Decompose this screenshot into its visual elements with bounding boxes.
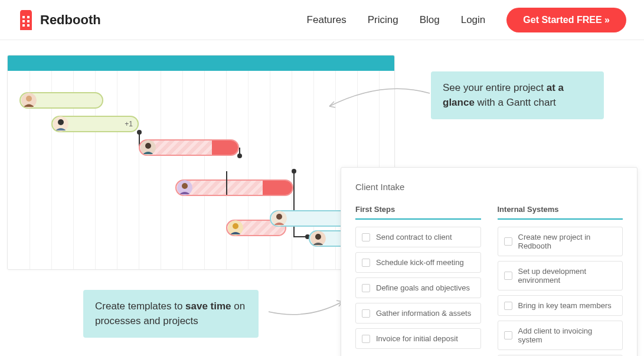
task-label: Set up development environment: [518, 267, 617, 285]
gantt-bar[interactable]: [175, 179, 293, 196]
task-label: Schedule kick-off meeting: [376, 258, 464, 267]
arrow-icon: [266, 297, 348, 321]
task-label: Add client to invoicing system: [518, 326, 617, 344]
main-nav: Features Pricing Blog Login Get Started …: [307, 8, 626, 32]
gantt-bar[interactable]: +1: [51, 116, 139, 132]
template-panel: Client Intake First Steps Send contract …: [341, 167, 638, 356]
task-label: Define goals and objectives: [376, 283, 470, 292]
callout-text: Create templates to: [95, 301, 185, 312]
task-label: Create new project in Redbooth: [518, 233, 617, 250]
column-header: Internal Systems: [498, 205, 623, 220]
svg-point-9: [58, 119, 64, 125]
nav-blog[interactable]: Blog: [420, 14, 440, 26]
task-item[interactable]: Schedule kick-off meeting: [355, 252, 481, 273]
task-item[interactable]: Set up development environment: [498, 261, 623, 290]
checkbox-icon[interactable]: [362, 233, 370, 241]
logo[interactable]: Redbooth: [18, 10, 101, 30]
task-label: Invoice for initial deposit: [376, 334, 458, 343]
nav-pricing[interactable]: Pricing: [368, 14, 398, 26]
logo-text: Redbooth: [40, 12, 101, 28]
template-column-internal-systems: Internal Systems Create new project in R…: [498, 205, 623, 356]
svg-point-15: [233, 223, 238, 229]
site-header: Redbooth Features Pricing Blog Login Get…: [0, 0, 644, 40]
redbooth-logo-icon: [18, 10, 34, 30]
callout-text: with a Gantt chart: [475, 97, 556, 108]
callout-gantt: See your entire project at a glance with…: [431, 71, 604, 119]
checkbox-icon[interactable]: [504, 331, 512, 339]
avatar-icon: [228, 220, 243, 236]
task-item[interactable]: Add client to invoicing system: [498, 321, 623, 350]
checkbox-icon[interactable]: [504, 272, 512, 280]
task-item[interactable]: Bring in key team members: [498, 295, 623, 316]
svg-point-7: [26, 96, 32, 102]
callout-text: See your entire project: [443, 82, 547, 93]
svg-point-19: [315, 234, 321, 240]
column-header: First Steps: [355, 205, 481, 220]
checkbox-icon[interactable]: [504, 237, 512, 246]
task-label: Send contract to client: [376, 233, 452, 241]
gantt-chart-panel: +1: [7, 55, 395, 270]
gantt-bar[interactable]: [19, 92, 103, 109]
checkbox-icon[interactable]: [504, 302, 512, 310]
avatar-icon: [310, 231, 326, 246]
svg-rect-2: [22, 20, 25, 22]
nav-login[interactable]: Login: [461, 14, 486, 26]
task-label: Gather information & assets: [376, 309, 471, 318]
task-item[interactable]: Define goals and objectives: [355, 277, 481, 298]
avatar-icon: [177, 180, 192, 195]
task-item[interactable]: Invoice for initial deposit: [355, 328, 481, 349]
svg-rect-0: [22, 16, 25, 18]
svg-rect-3: [27, 20, 30, 22]
extra-assignees-badge: +1: [125, 120, 133, 128]
checkbox-icon[interactable]: [362, 335, 370, 343]
svg-point-11: [145, 143, 151, 149]
svg-rect-5: [27, 24, 30, 27]
checkbox-icon[interactable]: [362, 259, 370, 267]
callout-bold: save time: [185, 301, 231, 312]
task-item[interactable]: Send contract to client: [355, 227, 481, 247]
nav-features[interactable]: Features: [307, 14, 346, 26]
avatar-icon: [21, 93, 37, 108]
svg-point-17: [276, 214, 282, 220]
gantt-timeline-header: [8, 55, 394, 71]
task-label: Bring in key team members: [518, 301, 612, 310]
task-item[interactable]: Create new project in Redbooth: [498, 227, 623, 256]
svg-rect-4: [22, 24, 25, 27]
svg-rect-1: [27, 16, 30, 18]
gantt-grid: +1: [8, 71, 394, 270]
checkbox-icon[interactable]: [362, 284, 370, 292]
avatar-icon: [53, 116, 68, 132]
checkbox-icon[interactable]: [362, 309, 370, 318]
task-item[interactable]: Gather information & assets: [355, 303, 481, 324]
get-started-button[interactable]: Get Started FREE »: [506, 8, 626, 32]
svg-point-13: [182, 183, 188, 189]
gantt-bar[interactable]: [139, 139, 239, 156]
template-column-first-steps: First Steps Send contract to client Sche…: [355, 205, 481, 356]
template-title: Client Intake: [355, 182, 623, 192]
avatar-icon: [140, 140, 156, 155]
callout-templates: Create templates to save time on process…: [83, 290, 259, 338]
avatar-icon: [272, 211, 287, 226]
